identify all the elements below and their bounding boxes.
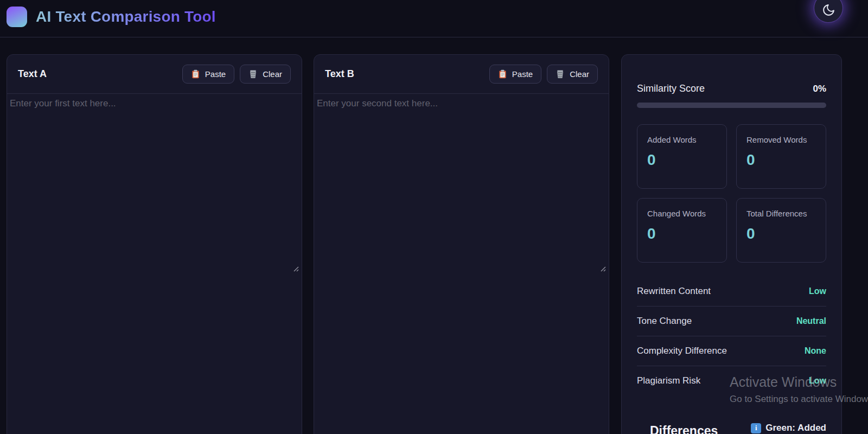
- page-title: AI Text Comparison Tool: [36, 8, 216, 25]
- resize-grip-icon[interactable]: [292, 264, 299, 271]
- trash-icon: [248, 69, 258, 79]
- analysis-row-plagiarism-risk: Plagiarism Risk Low: [637, 366, 826, 395]
- similarity-value: 0%: [813, 84, 826, 94]
- analysis-label: Complexity Difference: [637, 346, 727, 356]
- diff-heading: Differences: [650, 424, 718, 434]
- stat-value: 0: [647, 225, 717, 242]
- analysis-label: Tone Change: [637, 316, 692, 327]
- clear-a-label: Clear: [263, 69, 282, 79]
- legend-item-green-added: i Green: Added: [751, 423, 826, 433]
- info-icon: i: [751, 423, 761, 433]
- clipboard-icon: [191, 69, 200, 79]
- analysis-row-rewritten-content: Rewritten Content Low: [637, 277, 826, 307]
- paste-a-label: Paste: [205, 69, 226, 79]
- stat-card-added-words: Added Words 0: [637, 124, 727, 189]
- text-a-panel-header: Text A Paste: [7, 55, 302, 94]
- trash-icon: [556, 69, 565, 79]
- moon-icon: [822, 3, 835, 17]
- text-b-panel: Text B Paste: [314, 54, 609, 434]
- stat-value: 0: [746, 151, 816, 169]
- paste-b-label: Paste: [512, 69, 533, 79]
- clipboard-icon: [498, 69, 507, 79]
- stat-card-removed-words: Removed Words 0: [736, 124, 826, 189]
- text-a-title: Text A: [18, 68, 47, 80]
- analysis-value: Low: [809, 286, 826, 296]
- text-a-input[interactable]: [7, 94, 302, 275]
- text-b-input[interactable]: [314, 94, 609, 275]
- analysis-label: Rewritten Content: [637, 286, 711, 297]
- analysis-list: Rewritten Content Low Tone Change Neutra…: [637, 277, 826, 395]
- stat-label: Added Words: [647, 135, 717, 144]
- app-logo: [7, 7, 27, 27]
- resize-grip-icon[interactable]: [599, 264, 606, 271]
- clear-a-button[interactable]: Clear: [240, 65, 291, 84]
- analysis-row-tone-change: Tone Change Neutral: [637, 307, 826, 336]
- stat-label: Changed Words: [647, 209, 717, 218]
- paste-a-button[interactable]: Paste: [182, 65, 234, 84]
- stat-value: 0: [647, 151, 717, 169]
- analysis-row-complexity-difference: Complexity Difference None: [637, 336, 826, 366]
- clear-b-label: Clear: [570, 69, 589, 79]
- analysis-value: Low: [809, 376, 826, 386]
- diff-section: Differences i Green: Added: [637, 424, 826, 434]
- text-a-actions: Paste Clear: [182, 65, 291, 84]
- similarity-label: Similarity Score: [637, 83, 705, 94]
- stat-label: Removed Words: [746, 135, 816, 144]
- paste-b-button[interactable]: Paste: [489, 65, 541, 84]
- text-a-panel: Text A Paste: [7, 54, 302, 434]
- text-b-wrap: [314, 94, 609, 275]
- stat-value: 0: [746, 225, 816, 242]
- text-b-actions: Paste Clear: [489, 65, 598, 84]
- similarity-progress-bar: [637, 103, 826, 108]
- app-header: AI Text Comparison Tool: [0, 0, 868, 37]
- stat-card-changed-words: Changed Words 0: [637, 198, 727, 263]
- similarity-row: Similarity Score 0%: [637, 83, 826, 94]
- analysis-value: None: [805, 346, 826, 356]
- text-b-panel-header: Text B Paste: [314, 55, 609, 94]
- clear-b-button[interactable]: Clear: [547, 65, 598, 84]
- stat-card-total-differences: Total Differences 0: [736, 198, 826, 263]
- analysis-value: Neutral: [796, 316, 826, 326]
- stats-grid: Added Words 0 Removed Words 0 Changed Wo…: [637, 124, 826, 263]
- text-b-title: Text B: [325, 68, 354, 80]
- stat-label: Total Differences: [746, 209, 816, 218]
- text-a-wrap: [7, 94, 302, 275]
- legend-text: Green: Added: [765, 423, 826, 433]
- analysis-label: Plagiarism Risk: [637, 375, 700, 386]
- results-sidebar: Similarity Score 0% Added Words 0 Remove…: [621, 54, 842, 434]
- theme-toggle-button[interactable]: [814, 0, 843, 23]
